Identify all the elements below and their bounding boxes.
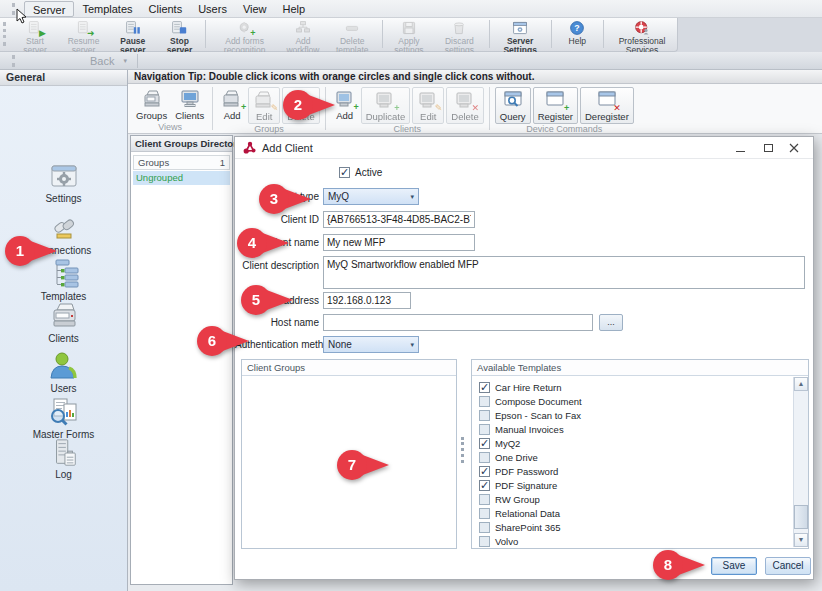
authentication-method-select[interactable]: None ▾	[323, 336, 419, 353]
delete-client-button[interactable]: ✕ Delete	[446, 87, 483, 124]
client-name-input[interactable]	[323, 234, 475, 251]
template-checkbox[interactable]	[479, 438, 490, 449]
template-row[interactable]: Car Hire Return	[479, 380, 792, 394]
template-checkbox[interactable]	[479, 396, 490, 407]
sidebar-item-clients[interactable]: Clients	[0, 300, 127, 344]
template-row[interactable]: SharePoint 365	[479, 520, 792, 534]
navigation-tip: Navigation Tip: Double click icons with …	[128, 70, 822, 84]
template-checkbox[interactable]	[479, 424, 490, 435]
templates-scrollbar[interactable]: ▲ ▼	[793, 377, 808, 547]
ribbon-toolbar: Groups Clients Views + Add ✎ E	[128, 84, 822, 134]
ribbon-group-device-commands: Query + Register ✕ Deregister Device Com…	[490, 84, 639, 133]
svg-text:2: 2	[294, 96, 302, 113]
annotation-5: 5	[240, 283, 294, 321]
groups-view-icon	[141, 88, 163, 110]
template-checkbox[interactable]	[479, 536, 490, 547]
browse-button[interactable]: ...	[599, 314, 623, 331]
add-group-icon: +	[221, 88, 243, 110]
minimize-icon[interactable]	[729, 140, 751, 156]
template-row[interactable]: MyQ2	[479, 436, 792, 450]
register-button[interactable]: + Register	[533, 87, 578, 124]
add-forms-recognition-button[interactable]: + Add forms recognition	[209, 18, 280, 55]
template-checkbox[interactable]	[479, 452, 490, 463]
template-row[interactable]: PDF Password	[479, 464, 792, 478]
discard-settings-button[interactable]: Discard settings	[433, 18, 486, 55]
template-checkbox[interactable]	[479, 410, 490, 421]
add-group-button[interactable]: + Add	[217, 87, 247, 122]
clients-view-button[interactable]: Clients	[171, 87, 208, 122]
query-button[interactable]: Query	[495, 87, 531, 124]
query-icon	[502, 89, 524, 111]
back-dropdown-icon[interactable]: ▾	[123, 57, 127, 65]
scroll-down-icon[interactable]: ▼	[794, 533, 808, 547]
template-checkbox[interactable]	[479, 494, 490, 505]
host-name-input[interactable]	[323, 314, 593, 331]
add-workflow-button[interactable]: Add workflow	[280, 18, 326, 55]
panel-splitter[interactable]	[460, 437, 467, 467]
resume-server-button[interactable]: ➜ Resume server	[58, 18, 109, 55]
template-row[interactable]: One Drive	[479, 450, 792, 464]
sidebar-item-users[interactable]: Users	[0, 350, 127, 394]
template-row[interactable]: Epson - Scan to Fax	[479, 408, 792, 422]
template-checkbox[interactable]	[479, 466, 490, 477]
template-row[interactable]: Manual Invoices	[479, 422, 792, 436]
server-settings-button[interactable]: Server Settings	[493, 18, 548, 55]
ip-address-input[interactable]	[323, 292, 411, 309]
sidebar: General Settings Connections Templates C…	[0, 70, 128, 591]
pause-server-button[interactable]: Pause server	[109, 18, 156, 55]
annotation-6: 6	[196, 324, 250, 362]
active-checkbox[interactable]	[339, 167, 350, 178]
menu-server[interactable]: Server	[24, 1, 74, 17]
group-row-ungrouped[interactable]: Ungrouped	[133, 171, 230, 185]
close-icon[interactable]	[783, 140, 805, 156]
menu-templates[interactable]: Templates	[74, 1, 140, 17]
ribbon-group-views: Groups Clients Views	[128, 84, 212, 133]
menu-view[interactable]: View	[235, 1, 275, 17]
template-row[interactable]: Relational Data	[479, 506, 792, 520]
back-button[interactable]: Back	[84, 55, 120, 67]
template-checkbox[interactable]	[479, 522, 490, 533]
dialog-titlebar[interactable]: Add Client	[235, 137, 813, 159]
client-description-input[interactable]: MyQ Smartworkflow enabled MFP	[323, 256, 805, 289]
sidebar-item-log[interactable]: Log	[0, 438, 127, 480]
apply-settings-button[interactable]: Apply settings	[385, 18, 432, 55]
duplicate-client-button[interactable]: + Duplicate	[361, 87, 411, 124]
annotation-1: 1	[4, 234, 58, 272]
client-type-select[interactable]: MyQ ▾	[323, 188, 419, 205]
groups-column-header[interactable]: Groups 1	[133, 155, 230, 170]
menu-help[interactable]: Help	[275, 1, 314, 17]
template-row[interactable]: Compose Document	[479, 394, 792, 408]
template-checkbox[interactable]	[479, 480, 490, 491]
scroll-up-icon[interactable]: ▲	[794, 377, 808, 391]
sidebar-item-settings[interactable]: Settings	[0, 160, 127, 204]
deregister-button[interactable]: ✕ Deregister	[580, 87, 634, 124]
save-button[interactable]: Save	[711, 557, 757, 575]
scrollbar-thumb[interactable]	[794, 505, 808, 529]
active-label: Active	[355, 167, 382, 178]
template-row[interactable]: PDF Signature	[479, 478, 792, 492]
help-button[interactable]: ? Help	[554, 18, 600, 46]
template-checkbox[interactable]	[479, 382, 490, 393]
add-client-dialog: Add Client Active Client type MyQ ▾ Clie…	[234, 136, 814, 580]
cancel-button[interactable]: Cancel	[765, 557, 811, 575]
workflow-icon	[295, 20, 311, 36]
template-row[interactable]: Volvo	[479, 534, 792, 547]
stop-server-button[interactable]: Stop server	[156, 18, 202, 55]
annotation-8: 8	[652, 548, 706, 586]
menu-clients[interactable]: Clients	[141, 1, 191, 17]
menu-users[interactable]: Users	[190, 1, 235, 17]
maximize-icon[interactable]	[757, 140, 779, 156]
myq-logo-icon	[243, 141, 256, 154]
template-row[interactable]: RW Group	[479, 492, 792, 506]
delete-template-button[interactable]: Delete template	[326, 18, 379, 55]
active-checkbox-row[interactable]: Active	[339, 167, 382, 178]
edit-group-button[interactable]: ✎ Edit	[248, 87, 280, 124]
groups-view-button[interactable]: Groups	[132, 87, 171, 122]
template-checkbox[interactable]	[479, 508, 490, 519]
client-id-input[interactable]	[323, 211, 475, 228]
ribbon-group-clients: + Add + Duplicate ✎ Edit ✕ Delete	[326, 84, 489, 133]
pause-server-icon	[125, 20, 141, 36]
edit-client-button[interactable]: ✎ Edit	[412, 87, 444, 124]
sidebar-item-master-forms[interactable]: Master Forms	[0, 396, 127, 440]
professional-services-button[interactable]: Professional Services	[607, 18, 677, 55]
